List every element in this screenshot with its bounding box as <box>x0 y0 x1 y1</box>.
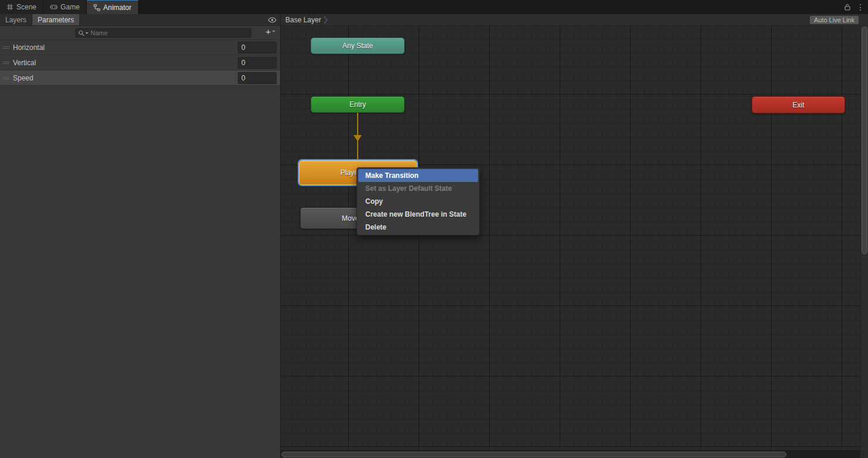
drag-handle-icon[interactable] <box>2 46 9 49</box>
plus-icon: + <box>265 27 271 36</box>
chevron-down-icon <box>272 31 275 32</box>
tab-scene-label: Scene <box>16 3 36 11</box>
parameter-row-horizontal[interactable]: Horizontal <box>0 40 280 55</box>
window-tab-bar: Scene Game Animator ⋮ <box>0 0 868 14</box>
scrollbar-corner <box>860 450 868 458</box>
node-any-state[interactable]: Any State <box>311 38 405 54</box>
tab-layers[interactable]: Layers <box>0 14 32 25</box>
animator-icon <box>93 4 100 11</box>
gamepad-icon <box>50 4 58 10</box>
horizontal-scrollbar-thumb[interactable] <box>281 452 786 457</box>
menu-item-delete[interactable]: Delete <box>358 221 478 234</box>
breadcrumb[interactable]: Base Layer <box>285 16 321 24</box>
tab-scene[interactable]: Scene <box>0 0 43 14</box>
menu-item-set-default-state[interactable]: Set as Layer Default State <box>358 182 478 195</box>
vertical-scrollbar-thumb[interactable] <box>862 26 867 254</box>
parameter-name: Horizontal <box>13 43 45 52</box>
search-field[interactable] <box>75 28 251 38</box>
menu-item-make-transition[interactable]: Make Transition <box>358 169 478 182</box>
animator-side-panel: Layers Parameters + <box>0 14 281 458</box>
parameter-name: Vertical <box>13 59 36 67</box>
context-menu: Make Transition Set as Layer Default Sta… <box>356 167 480 235</box>
search-icon <box>78 30 89 36</box>
tab-game[interactable]: Game <box>43 0 87 14</box>
parameter-value-field[interactable] <box>238 57 277 69</box>
parameter-row-vertical[interactable]: Vertical <box>0 55 280 70</box>
vertical-scrollbar[interactable] <box>860 26 868 450</box>
tab-game-label: Game <box>60 3 80 11</box>
tab-animator-label: Animator <box>103 4 132 12</box>
menu-item-copy[interactable]: Copy <box>358 195 478 208</box>
parameter-name: Speed <box>13 74 33 82</box>
node-exit[interactable]: Exit <box>752 96 845 113</box>
node-entry[interactable]: Entry <box>311 96 405 113</box>
parameter-row-speed[interactable]: Speed <box>0 70 280 86</box>
auto-live-link-button[interactable]: Auto Live Link <box>809 15 859 25</box>
scene-grid-icon <box>6 4 14 11</box>
parameter-list: Horizontal Vertical Speed <box>0 39 280 86</box>
breadcrumb-bar: Base Layer Auto Live Link <box>281 14 868 26</box>
horizontal-scrollbar[interactable] <box>281 450 860 458</box>
parameter-value-field[interactable] <box>238 72 277 84</box>
search-filter-arrow-icon <box>85 32 89 34</box>
kebab-menu-icon[interactable]: ⋮ <box>855 3 866 11</box>
breadcrumb-chevron-icon <box>324 16 328 24</box>
entry-transition-arrow <box>281 26 868 458</box>
tab-parameters-label: Parameters <box>38 16 74 24</box>
add-parameter-button[interactable]: + <box>265 27 275 36</box>
search-input[interactable] <box>90 29 248 36</box>
parameter-search-row: + <box>0 26 280 39</box>
drag-handle-icon[interactable] <box>2 77 9 79</box>
menu-item-create-blendtree[interactable]: Create new BlendTree in State <box>358 208 478 221</box>
drag-handle-icon[interactable] <box>2 62 9 64</box>
tab-animator[interactable]: Animator <box>87 0 139 14</box>
animator-graph-canvas[interactable]: Any State Entry Exit Player_Idle Movemen… <box>281 26 868 458</box>
side-panel-tabs: Layers Parameters <box>0 14 280 26</box>
visibility-eye-icon[interactable] <box>268 15 277 25</box>
tab-layers-label: Layers <box>5 16 26 24</box>
parameter-value-field[interactable] <box>238 42 277 53</box>
lock-icon[interactable] <box>845 4 850 11</box>
tab-parameters[interactable]: Parameters <box>32 14 80 25</box>
